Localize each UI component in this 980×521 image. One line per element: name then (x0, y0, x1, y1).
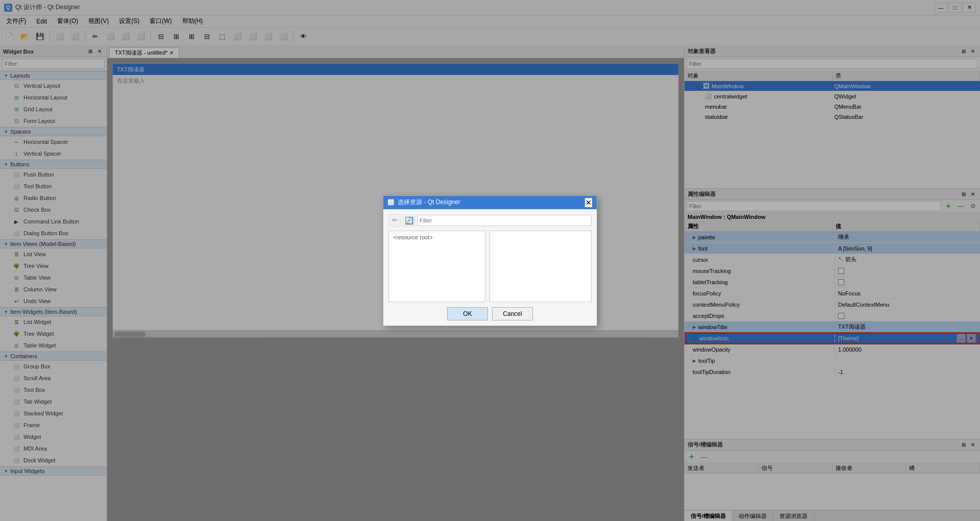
dialog-cancel-btn[interactable]: Cancel (492, 307, 533, 320)
dialog-resource-root[interactable]: <resource root> (391, 233, 483, 241)
dialog-filter-area (417, 215, 592, 226)
dialog-overlay: ⬜ 选择资源 - Qt Designer ✕ ✏ 🔄 <resource roo… (0, 0, 980, 521)
dialog-filter-input[interactable] (417, 215, 592, 226)
dialog-edit-btn[interactable]: ✏ (388, 214, 401, 227)
dialog-close-btn[interactable]: ✕ (584, 197, 593, 208)
dialog-body: ✏ 🔄 <resource root> OK Cancel (383, 209, 597, 326)
dialog-ok-btn[interactable]: OK (447, 307, 488, 320)
dialog-refresh-btn[interactable]: 🔄 (403, 214, 415, 227)
select-resource-dialog: ⬜ 选择资源 - Qt Designer ✕ ✏ 🔄 <resource roo… (383, 195, 597, 326)
dialog-toolbar: ✏ 🔄 (388, 214, 592, 227)
dialog-title-text-label: 选择资源 - Qt Designer (398, 198, 460, 207)
dialog-title-content: ⬜ 选择资源 - Qt Designer (387, 198, 460, 207)
dialog-title-icon: ⬜ (387, 199, 395, 206)
resource-root-label: <resource root> (393, 234, 433, 240)
dialog-footer: OK Cancel (388, 307, 592, 320)
dialog-panels: <resource root> (388, 231, 592, 302)
dialog-titlebar: ⬜ 选择资源 - Qt Designer ✕ (383, 196, 597, 209)
dialog-left-panel: <resource root> (388, 231, 485, 302)
dialog-right-panel (489, 231, 592, 302)
